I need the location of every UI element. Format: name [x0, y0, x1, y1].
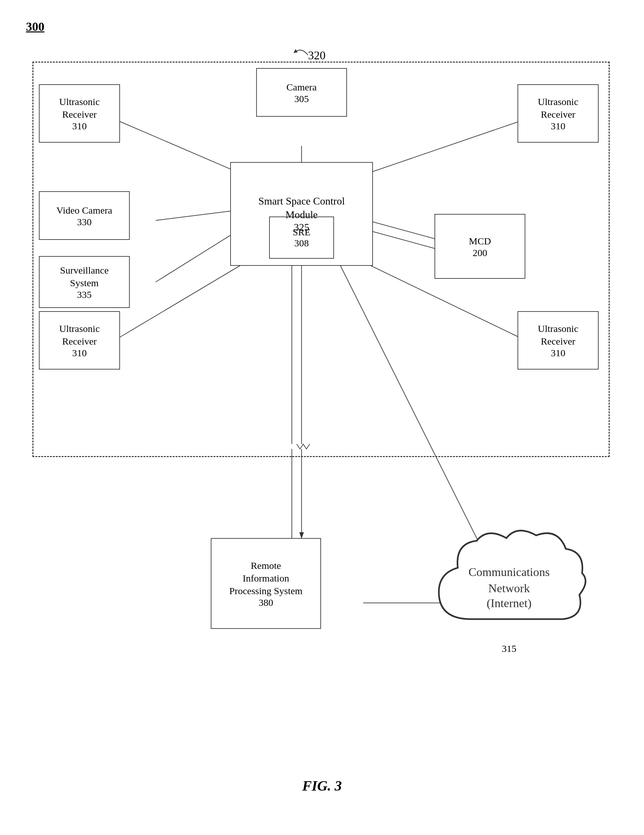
- ultrasonic-receiver-tl: UltrasonicReceiver 310: [39, 84, 120, 143]
- mcd-200: MCD 200: [434, 214, 525, 279]
- figure-label: FIG. 3: [302, 778, 342, 794]
- label-320: 320: [308, 49, 325, 62]
- svg-text:Communications: Communications: [468, 565, 550, 578]
- smart-space-control-module: Smart Space ControlModule 325 SRE 308: [230, 162, 373, 266]
- communications-network-315: Communications Network (Internet) 315: [428, 522, 590, 651]
- label-300: 300: [26, 19, 44, 34]
- ultrasonic-receiver-bl: UltrasonicReceiver 310: [39, 311, 120, 370]
- rips-380: RemoteInformationProcessing System 380: [211, 538, 321, 629]
- camera-305: Camera 305: [256, 68, 347, 117]
- ultrasonic-receiver-br: UltrasonicReceiver 310: [517, 311, 598, 370]
- surveillance-system-335: SurveillanceSystem 335: [39, 256, 130, 308]
- svg-text:Network: Network: [488, 582, 530, 595]
- diagram-container: 300 320: [20, 19, 624, 814]
- svg-text:(Internet): (Internet): [487, 596, 532, 610]
- video-camera-330: Video Camera 330: [39, 191, 130, 240]
- ultrasonic-receiver-tr: UltrasonicReceiver 310: [517, 84, 598, 143]
